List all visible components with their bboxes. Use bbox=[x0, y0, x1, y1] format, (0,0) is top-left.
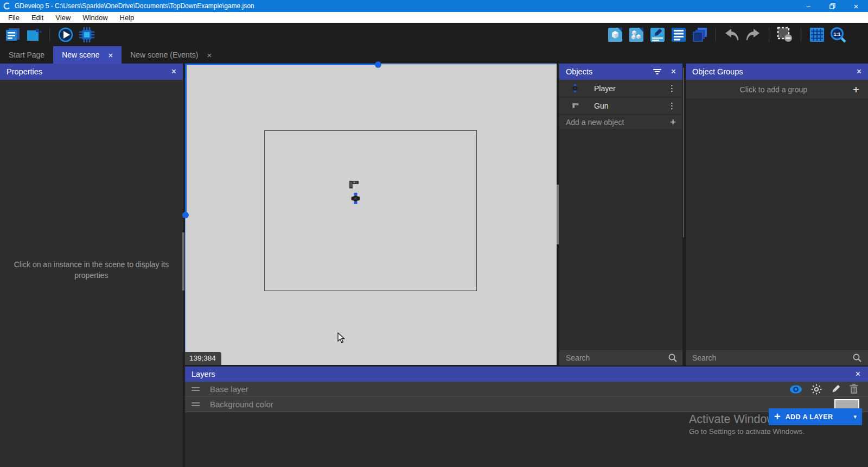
search-icon bbox=[853, 354, 861, 362]
objects-search-input[interactable] bbox=[566, 354, 664, 362]
close-window-button[interactable]: × bbox=[844, 0, 868, 12]
restore-button[interactable] bbox=[820, 0, 844, 12]
drag-handle-icon[interactable] bbox=[192, 387, 200, 391]
layer-edit-pencil-icon[interactable] bbox=[831, 384, 841, 394]
layers-panel: Layers × Base layer Background color Act… bbox=[185, 367, 868, 467]
menu-edit[interactable]: Edit bbox=[25, 12, 49, 23]
menu-help[interactable]: Help bbox=[114, 12, 141, 23]
player-object-icon bbox=[570, 84, 580, 92]
object-groups-panel-title: Object Groups bbox=[692, 67, 743, 76]
object-groups-icon[interactable] bbox=[628, 27, 644, 43]
toolbar-separator bbox=[801, 28, 801, 42]
close-panel-icon[interactable]: × bbox=[856, 369, 860, 379]
objects-search-bar bbox=[559, 350, 682, 365]
add-group-button[interactable]: Click to add a group + bbox=[686, 80, 868, 99]
canvas-side-scrollbar-thumb[interactable] bbox=[557, 185, 559, 244]
layer-delete-trash-icon[interactable] bbox=[850, 384, 858, 394]
close-tab-icon[interactable]: × bbox=[207, 51, 212, 59]
properties-panel: Properties × Click on an instance in the… bbox=[0, 64, 183, 467]
toolbar-separator bbox=[716, 28, 716, 42]
objects-scrollbar-thumb[interactable] bbox=[683, 68, 684, 237]
tab-start-page[interactable]: Start Page bbox=[0, 46, 53, 64]
layers-editor-icon[interactable] bbox=[692, 27, 708, 43]
window-title: GDevelop 5 - C:\Users\Sparkle\OneDrive\D… bbox=[15, 2, 254, 10]
search-icon bbox=[668, 354, 677, 362]
activate-windows-hint: Go to Settings to activate Windows. bbox=[689, 427, 805, 436]
layer-effects-icon[interactable] bbox=[811, 384, 822, 395]
zoom-1-1-icon[interactable]: 1:1 bbox=[830, 27, 846, 43]
layers-panel-header: Layers × bbox=[185, 367, 868, 382]
grid-icon[interactable] bbox=[809, 27, 825, 43]
edit-properties-icon[interactable] bbox=[649, 27, 666, 43]
preview-play-icon[interactable] bbox=[58, 27, 74, 43]
gdevelop-logo-icon bbox=[3, 2, 11, 10]
objects-panel-header: Objects × bbox=[559, 64, 682, 80]
groups-search-bar bbox=[686, 350, 868, 365]
object-row-gun[interactable]: Gun ⋮ bbox=[559, 97, 682, 115]
toolbar-left bbox=[4, 27, 95, 43]
groups-search-input[interactable] bbox=[692, 354, 848, 362]
drag-handle-icon[interactable] bbox=[192, 402, 200, 406]
properties-scrollbar-thumb[interactable] bbox=[182, 232, 184, 291]
properties-panel-header: Properties × bbox=[0, 64, 183, 80]
canvas-scrollbar-vertical[interactable] bbox=[185, 64, 187, 215]
project-manager-icon[interactable] bbox=[4, 27, 21, 43]
objects-panel-title: Objects bbox=[566, 67, 592, 76]
editor-tabs: Start Page New scene × New scene (Events… bbox=[0, 46, 868, 64]
layers-panel-footer: Activate Windows Go to Settings to activ… bbox=[185, 412, 868, 467]
layer-row-background-color[interactable]: Background color bbox=[185, 397, 868, 412]
object-name: Gun bbox=[594, 102, 608, 110]
close-panel-icon[interactable]: × bbox=[171, 67, 176, 77]
layer-name: Base layer bbox=[210, 384, 248, 394]
activate-windows-watermark: Activate Windows bbox=[689, 413, 781, 426]
object-menu-icon[interactable]: ⋮ bbox=[668, 101, 676, 111]
scrollbar-thumb-vertical[interactable] bbox=[182, 212, 189, 218]
plus-icon: + bbox=[853, 83, 859, 96]
game-window-bounds bbox=[264, 130, 477, 291]
close-tab-icon[interactable]: × bbox=[108, 51, 113, 59]
menu-window[interactable]: Window bbox=[76, 12, 113, 23]
object-row-player[interactable]: Player ⋮ bbox=[559, 80, 682, 97]
gun-instance[interactable] bbox=[348, 179, 360, 190]
layer-visibility-eye-icon[interactable] bbox=[789, 384, 802, 394]
tab-new-scene-events[interactable]: New scene (Events) × bbox=[122, 46, 220, 64]
main-toolbar: 1:1 bbox=[0, 23, 868, 46]
toolbar-separator bbox=[49, 28, 50, 42]
object-menu-icon[interactable]: ⋮ bbox=[668, 84, 676, 93]
filter-icon[interactable] bbox=[653, 68, 661, 75]
close-panel-icon[interactable]: × bbox=[857, 67, 861, 77]
canvas-scrollbar-horizontal[interactable] bbox=[185, 64, 379, 65]
window-controls: – × bbox=[796, 0, 868, 12]
redo-icon[interactable] bbox=[745, 27, 761, 43]
properties-panel-title: Properties bbox=[7, 67, 42, 76]
object-name: Player bbox=[594, 84, 616, 93]
mouse-cursor-icon bbox=[337, 332, 346, 346]
add-object-icon[interactable] bbox=[607, 27, 623, 43]
gun-object-icon bbox=[570, 102, 580, 109]
menu-file[interactable]: File bbox=[2, 12, 25, 23]
undo-icon[interactable] bbox=[724, 27, 740, 43]
menu-view[interactable]: View bbox=[49, 12, 76, 23]
start-page-icon[interactable] bbox=[25, 27, 42, 43]
title-bar: GDevelop 5 - C:\Users\Sparkle\OneDrive\D… bbox=[0, 0, 868, 12]
close-panel-icon[interactable]: × bbox=[671, 67, 676, 77]
menu-bar: File Edit View Window Help bbox=[0, 12, 868, 23]
player-instance[interactable] bbox=[351, 193, 360, 204]
add-new-object-button[interactable]: Add a new object + bbox=[559, 115, 682, 130]
layer-row-base[interactable]: Base layer bbox=[185, 382, 868, 397]
scrollbar-thumb-horizontal[interactable] bbox=[375, 61, 381, 68]
object-groups-panel-header: Object Groups × bbox=[686, 64, 868, 80]
add-a-layer-button[interactable]: + ADD A LAYER ▾ bbox=[769, 408, 862, 425]
plus-icon: + bbox=[670, 116, 676, 128]
cursor-coordinates-badge: 139;384 bbox=[185, 352, 221, 365]
object-groups-panel: Object Groups × Click to add a group + bbox=[686, 64, 868, 365]
objects-panel: Objects × Player ⋮ Gun ⋮ Add a new objec… bbox=[559, 64, 682, 365]
debug-icon[interactable] bbox=[79, 27, 95, 43]
minimize-button[interactable]: – bbox=[796, 0, 820, 12]
scene-canvas[interactable]: 139;384 bbox=[185, 64, 557, 365]
layer-name: Background color bbox=[210, 400, 273, 409]
dropdown-caret-icon[interactable]: ▾ bbox=[853, 413, 857, 420]
tab-new-scene[interactable]: New scene × bbox=[53, 46, 122, 64]
clear-selection-icon[interactable] bbox=[777, 27, 793, 43]
instances-list-icon[interactable] bbox=[671, 27, 687, 43]
